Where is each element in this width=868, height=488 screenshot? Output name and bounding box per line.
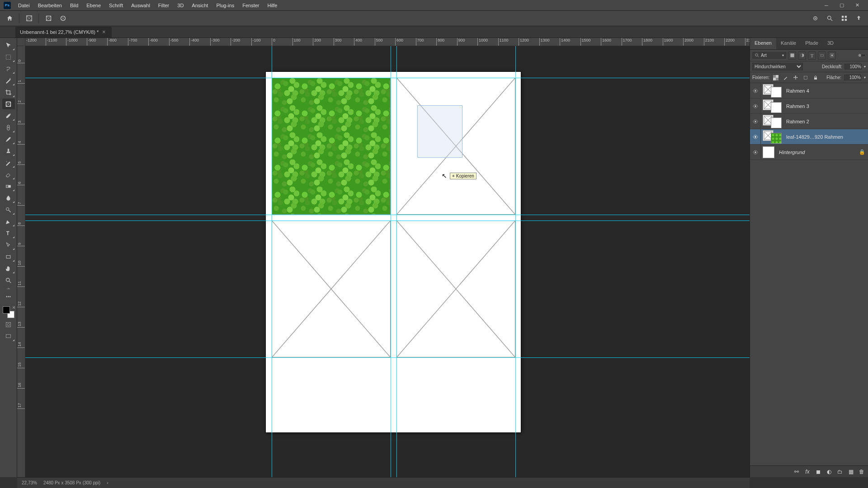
tab-pfade[interactable]: Pfade bbox=[801, 38, 823, 49]
opacity-input[interactable] bbox=[844, 64, 862, 70]
tab-3d[interactable]: 3D bbox=[823, 38, 838, 49]
window-close-button[interactable]: ✕ bbox=[850, 1, 864, 10]
document-tab[interactable]: Unbenannt-1 bei 22,7% (CMYK/8) * × bbox=[15, 27, 112, 38]
blur-tool[interactable] bbox=[2, 192, 15, 203]
layer-filter-input[interactable] bbox=[761, 53, 781, 58]
zoom-level[interactable]: 22,73% bbox=[22, 480, 37, 485]
layer-name[interactable]: Rahmen 3 bbox=[786, 103, 865, 109]
path-selection-tool[interactable] bbox=[2, 239, 15, 250]
eraser-tool[interactable] bbox=[2, 169, 15, 180]
window-minimize-button[interactable]: ─ bbox=[819, 1, 834, 10]
doc-dimensions[interactable]: 2480 Px x 3508 Px (300 ppi) bbox=[43, 480, 100, 485]
magic-wand-tool[interactable] bbox=[2, 75, 15, 86]
menu-bearbeiten[interactable]: Bearbeiten bbox=[34, 1, 66, 9]
link-layers-icon[interactable]: ⚯ bbox=[793, 468, 800, 475]
layer-group-icon[interactable]: 🗀 bbox=[836, 468, 844, 475]
menu-fenster[interactable]: Fenster bbox=[239, 1, 263, 9]
lock-icon[interactable]: 🔒 bbox=[859, 149, 865, 155]
crop-tool[interactable] bbox=[2, 87, 15, 98]
guide-horizontal[interactable] bbox=[25, 215, 750, 215]
visibility-toggle[interactable] bbox=[750, 129, 761, 144]
blend-mode-select[interactable]: Hindurchwirken bbox=[752, 63, 803, 70]
menu-hilfe[interactable]: Hilfe bbox=[264, 1, 281, 9]
menu-ansicht[interactable]: Ansicht bbox=[188, 1, 212, 9]
move-tool[interactable] bbox=[2, 40, 15, 51]
hand-tool[interactable] bbox=[2, 263, 15, 274]
layer-name[interactable]: Hintergrund bbox=[779, 150, 859, 155]
status-chevron-icon[interactable]: › bbox=[107, 480, 108, 485]
search-icon[interactable] bbox=[825, 14, 835, 23]
frame-1-with-image[interactable] bbox=[272, 78, 391, 215]
visibility-toggle[interactable] bbox=[750, 99, 761, 113]
workspace-switcher-icon[interactable] bbox=[839, 14, 849, 23]
dodge-tool[interactable] bbox=[2, 204, 15, 215]
canvas-area[interactable]: -1200-1100-1000-900-800-700-600-500-400-… bbox=[17, 38, 750, 477]
lock-artboard-icon[interactable] bbox=[802, 74, 809, 81]
frame-tool[interactable] bbox=[2, 99, 15, 109]
menu-schrift[interactable]: Schrift bbox=[105, 1, 127, 9]
frame-4-empty[interactable] bbox=[396, 221, 515, 357]
layer-thumbnail[interactable] bbox=[763, 146, 774, 158]
menu-filter[interactable]: Filter bbox=[155, 1, 173, 9]
marquee-tool[interactable] bbox=[2, 52, 15, 62]
quickmask-icon[interactable] bbox=[2, 319, 15, 330]
foreground-color[interactable] bbox=[3, 306, 10, 314]
menu-datei[interactable]: Datei bbox=[14, 1, 33, 9]
filter-type-icon[interactable]: T bbox=[808, 52, 816, 60]
layer-rahmen-4[interactable]: Rahmen 4 bbox=[750, 83, 868, 99]
filter-toggle-switch[interactable] bbox=[858, 52, 866, 60]
canvas-viewport[interactable]: ↖ + Kopieren bbox=[25, 46, 750, 477]
layer-name[interactable]: Rahmen 2 bbox=[786, 119, 865, 124]
lock-pixels-icon[interactable] bbox=[782, 74, 789, 81]
guide-horizontal[interactable] bbox=[25, 78, 750, 78]
zoom-tool[interactable] bbox=[2, 275, 15, 286]
frame-ellipse-option-icon[interactable] bbox=[58, 14, 68, 23]
brush-tool[interactable] bbox=[2, 134, 15, 145]
guide-horizontal[interactable] bbox=[25, 357, 750, 358]
frame-3-empty[interactable] bbox=[272, 221, 391, 357]
swap-colors-icon[interactable]: ⤭ bbox=[12, 305, 15, 310]
screenmode-icon[interactable] bbox=[2, 331, 15, 342]
lasso-tool[interactable] bbox=[2, 63, 15, 74]
chevron-down-icon[interactable]: ▾ bbox=[782, 53, 784, 57]
chevron-down-icon[interactable]: ▾ bbox=[864, 75, 866, 80]
home-icon[interactable] bbox=[5, 14, 14, 23]
menu-bild[interactable]: Bild bbox=[66, 1, 82, 9]
menu-ebene[interactable]: Ebene bbox=[83, 1, 104, 9]
visibility-toggle[interactable] bbox=[750, 114, 761, 129]
frame-tool-indicator-icon[interactable] bbox=[24, 14, 34, 23]
clone-stamp-tool[interactable] bbox=[2, 145, 15, 156]
menu-plugins[interactable]: Plug-ins bbox=[212, 1, 238, 9]
edit-toolbar-icon[interactable] bbox=[2, 291, 15, 302]
type-tool[interactable]: T bbox=[2, 228, 15, 239]
layer-style-icon[interactable]: fx bbox=[804, 468, 811, 475]
layer-name[interactable]: Rahmen 4 bbox=[786, 88, 865, 94]
history-brush-tool[interactable] bbox=[2, 157, 15, 168]
share-icon[interactable] bbox=[854, 14, 863, 23]
layer-hintergrund[interactable]: Hintergrund 🔒 bbox=[750, 145, 868, 160]
tab-close-icon[interactable]: × bbox=[102, 29, 105, 35]
ruler-horizontal[interactable]: -1200-1100-1000-900-800-700-600-500-400-… bbox=[25, 38, 750, 46]
new-layer-icon[interactable]: ▦ bbox=[847, 468, 854, 475]
color-swatches[interactable]: ⤭ bbox=[3, 306, 14, 318]
guide-vertical[interactable] bbox=[396, 46, 397, 477]
guide-horizontal[interactable] bbox=[25, 221, 750, 221]
layer-leaf-frame[interactable]: leaf-14829…920 Rahmen bbox=[750, 129, 868, 145]
healing-brush-tool[interactable] bbox=[2, 122, 15, 133]
rectangle-tool[interactable] bbox=[2, 251, 15, 262]
window-restore-button[interactable]: ▢ bbox=[835, 1, 849, 10]
visibility-toggle[interactable] bbox=[750, 83, 761, 98]
pen-tool[interactable] bbox=[2, 216, 15, 227]
delete-layer-icon[interactable]: 🗑 bbox=[858, 468, 865, 475]
layer-mask-icon[interactable]: ◼ bbox=[815, 468, 822, 475]
layer-name[interactable]: leaf-14829…920 Rahmen bbox=[786, 134, 865, 140]
eyedropper-tool[interactable] bbox=[2, 110, 15, 121]
menu-auswahl[interactable]: Auswahl bbox=[127, 1, 154, 9]
menu-3d[interactable]: 3D bbox=[174, 1, 187, 9]
gradient-tool[interactable] bbox=[2, 181, 15, 192]
cloud-docs-icon[interactable] bbox=[810, 14, 820, 23]
filter-pixel-icon[interactable] bbox=[788, 52, 796, 60]
guide-vertical[interactable] bbox=[272, 46, 272, 477]
lock-all-icon[interactable] bbox=[812, 74, 819, 81]
visibility-toggle[interactable] bbox=[750, 145, 761, 160]
